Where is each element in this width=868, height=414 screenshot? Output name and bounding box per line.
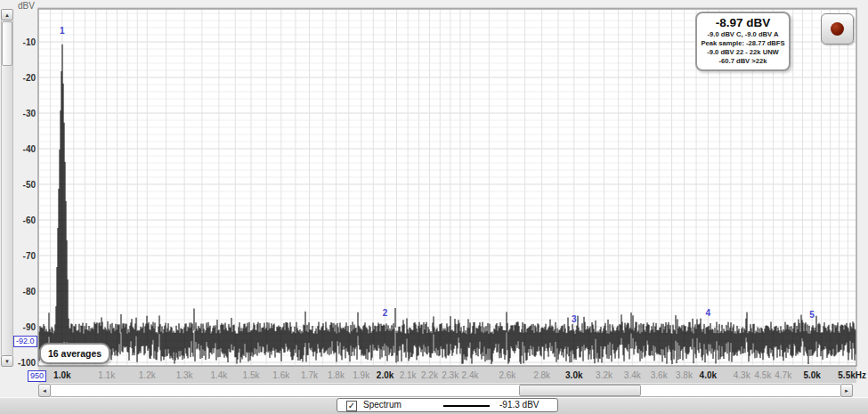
right-arrow-icon: ► xyxy=(844,388,849,394)
scroll-left-button[interactable]: ◄ xyxy=(38,384,51,397)
y-tick-label: -70 xyxy=(23,251,37,261)
x-tick-label: 3.8k xyxy=(676,370,694,380)
x-tick-label: 1.0k xyxy=(53,370,71,380)
y-tick-label: -50 xyxy=(23,180,37,190)
y-tick-label: -60 xyxy=(23,215,37,225)
x-tick-label: 4.0k xyxy=(700,370,718,380)
x-tick-label: 1.7k xyxy=(301,370,319,380)
scroll-up-button[interactable]: ▲ xyxy=(1,9,13,20)
x-tick-label: 3.2k xyxy=(596,370,613,380)
x-tick-label: 1.1k xyxy=(98,370,116,380)
x-tick-label: 3.0k xyxy=(565,370,583,380)
y-axis-cursor-readout[interactable]: -92.0 xyxy=(13,336,37,347)
x-tick-label: 4.3k xyxy=(734,370,751,380)
x-tick-label: 1.6k xyxy=(272,370,290,380)
x-tick-label: 2.3k xyxy=(442,370,459,380)
x-tick-label: 3.6k xyxy=(651,370,669,380)
checkmark-icon: ✓ xyxy=(348,401,355,410)
x-tick-label: 1.9k xyxy=(353,370,370,380)
averages-label: 16 averages xyxy=(48,348,101,359)
x-tick-label: 1.2k xyxy=(139,370,157,380)
info-weighted-levels: -9.0 dBV C, -9.0 dBV A xyxy=(697,30,789,39)
spectrum-analyzer-window: dBV -10-20-30-40-50-60-70-80-90-1001.0k1… xyxy=(0,0,868,414)
harmonic-marker: 5 xyxy=(809,310,815,320)
y-tick-label: -80 xyxy=(23,287,37,296)
x-tick-label: 1.3k xyxy=(176,370,194,380)
vertical-scroll-track[interactable] xyxy=(1,20,13,355)
x-tick-label: 5.5kHz xyxy=(838,370,866,380)
harmonic-marker: 1 xyxy=(60,26,65,36)
x-axis-cursor-readout[interactable]: 950 xyxy=(28,370,46,382)
record-button[interactable] xyxy=(821,13,854,45)
harmonic-marker: 3 xyxy=(572,314,577,324)
x-tick-label: 3.4k xyxy=(624,370,642,380)
x-tick-label: 1.8k xyxy=(328,370,345,380)
x-tick-label: 1.4k xyxy=(210,370,228,380)
up-arrow-icon: ▲ xyxy=(4,12,10,18)
averages-status-badge: 16 averages xyxy=(39,343,110,364)
x-tick-label: 1.5k xyxy=(243,370,261,380)
x-tick-label: 2.4k xyxy=(462,370,480,380)
horizontal-scroll-thumb[interactable] xyxy=(519,385,641,396)
horizontal-scrollbar: ◄ ► xyxy=(38,384,853,397)
vertical-scrollbar: ▲ ▼ xyxy=(1,9,13,367)
y-tick-label: -90 xyxy=(23,322,37,332)
vertical-scroll-thumb[interactable] xyxy=(2,21,12,66)
legend-entry-spectrum: ✓ Spectrum -91.3 dBV xyxy=(337,398,558,412)
x-tick-label: 4.5k xyxy=(755,370,773,380)
legend-current-value: -91.3 dBV xyxy=(499,400,539,410)
left-arrow-icon: ◄ xyxy=(42,388,47,394)
x-tick-label: 5.0k xyxy=(803,370,821,380)
measurement-info-panel: -8.97 dBV -9.0 dBV C, -9.0 dBV A Peak sa… xyxy=(695,12,791,71)
info-above-band-level: -60.7 dBV >22k xyxy=(697,57,789,66)
x-tick-label: 2.0k xyxy=(377,370,394,380)
scroll-right-button[interactable]: ► xyxy=(840,384,853,397)
spectrum-visibility-checkbox[interactable]: ✓ xyxy=(346,401,357,411)
y-tick-label: -10 xyxy=(23,37,37,47)
harmonic-marker: 4 xyxy=(706,308,711,318)
harmonic-marker: 2 xyxy=(383,308,388,318)
measurement-level-title: -8.97 dBV xyxy=(697,15,789,30)
y-tick-label: -30 xyxy=(23,109,37,118)
horizontal-scroll-track[interactable] xyxy=(51,384,840,397)
info-peak-sample: Peak sample: -28.77 dBFS xyxy=(697,39,789,48)
legend-trace-label: Spectrum xyxy=(363,400,402,410)
info-band-level: -9.0 dBV 22 - 22k UNW xyxy=(697,48,789,57)
x-tick-label: 2.1k xyxy=(400,370,418,380)
x-tick-label: 2.8k xyxy=(533,370,551,380)
x-tick-label: 2.2k xyxy=(421,370,439,380)
record-icon xyxy=(831,22,844,36)
down-arrow-icon: ▼ xyxy=(4,359,10,364)
x-tick-label: 4.7k xyxy=(775,370,792,380)
x-tick-label: 2.6k xyxy=(499,370,516,380)
y-tick-label: -100 xyxy=(18,358,36,368)
y-tick-label: -40 xyxy=(23,144,37,154)
scroll-down-button[interactable]: ▼ xyxy=(1,355,13,367)
y-tick-label: -20 xyxy=(23,73,37,83)
legend-line-sample xyxy=(443,405,490,407)
